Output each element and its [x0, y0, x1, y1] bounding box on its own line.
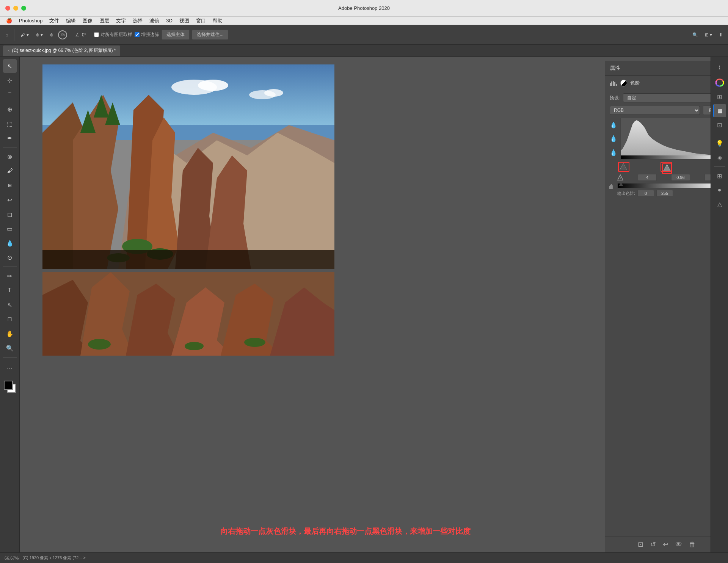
panel-toggle-button[interactable]: ⟩: [713, 61, 726, 74]
heal-tool[interactable]: ⊜: [3, 150, 17, 163]
menu-type[interactable]: 文字: [113, 17, 129, 25]
enhance-checkbox-label[interactable]: 增强边缘: [135, 31, 159, 38]
paths-button[interactable]: △: [713, 198, 726, 210]
close-button[interactable]: [5, 6, 10, 11]
eyedropper-tool[interactable]: ✒: [3, 131, 17, 145]
menu-help[interactable]: 帮助: [210, 17, 226, 25]
panel-title: 属性: [610, 65, 620, 72]
right-panel: ⟩ ⊞ ▦ ⊡ 💡 ◈ ⊞ ● △: [711, 57, 728, 552]
reset-button[interactable]: ↩: [663, 540, 668, 549]
menu-photoshop[interactable]: Photoshop: [16, 17, 46, 24]
mid-input-slider[interactable]: [662, 163, 672, 174]
home-button[interactable]: ⌂: [3, 31, 10, 39]
previous-state-button[interactable]: ↺: [650, 540, 656, 549]
toolbar: ⌂ 🖌 ▾ ⊕ ▾ ⊗ 25 ∠ 0° 对所有图层取样 增强边缘 选择主体 选择…: [0, 25, 728, 45]
quick-select-tool[interactable]: ⊕: [3, 102, 17, 116]
brush-tool[interactable]: 🖌: [3, 164, 17, 178]
quick-select-button[interactable]: ⊕ ▾: [33, 31, 45, 39]
sampling-checkbox-label[interactable]: 对所有图层取样: [94, 31, 132, 38]
gradient-tool[interactable]: ▭: [3, 222, 17, 235]
black-input-slider[interactable]: [620, 163, 627, 172]
mid-value-input[interactable]: 0.96: [671, 174, 690, 181]
shape-tool[interactable]: □: [3, 312, 17, 326]
adjustment-panel-button[interactable]: ▦: [713, 104, 726, 117]
sampling-label: 对所有图层取样: [100, 31, 132, 38]
text-tool[interactable]: T: [3, 284, 17, 297]
foreground-color[interactable]: [4, 381, 13, 390]
traffic-lights[interactable]: [5, 6, 26, 11]
canvas-area[interactable]: 向右拖动一点灰色滑块，最后再向右拖动一点黑色滑块，来增加一些对比度 ⊘ www.…: [20, 57, 728, 552]
brush-tool-button[interactable]: 🖌 ▾: [18, 31, 31, 39]
style-button[interactable]: ◈: [713, 151, 726, 164]
minimize-button[interactable]: [13, 6, 18, 11]
tool-sep-2: [3, 267, 17, 267]
layer-comp-button[interactable]: ⊡: [713, 118, 726, 131]
menu-select[interactable]: 选择: [130, 17, 146, 25]
menu-edit[interactable]: 编辑: [63, 17, 79, 25]
info-button[interactable]: 💡: [713, 137, 726, 150]
document-tab[interactable]: × (C) select-quick.jpg @ 66.7% (色阶 2, 图层…: [3, 45, 120, 56]
sampling-checkbox[interactable]: [94, 32, 99, 37]
menu-file[interactable]: 文件: [46, 17, 62, 25]
main-area: ↖ ⊹ ⌒ ⊕ ⬚ ✒ ⊜ 🖌 ⊞ ↩ ◻ ▭ 💧 ⊙ ✏ T ↖ □ ✋ 🔍 …: [0, 57, 728, 552]
svg-point-5: [264, 89, 283, 97]
menu-view[interactable]: 视图: [176, 17, 192, 25]
gray-point-eyedropper[interactable]: 💧: [610, 135, 617, 142]
svg-rect-33: [613, 81, 614, 86]
histogram-container: [620, 118, 725, 160]
menu-filter[interactable]: 滤镜: [146, 17, 162, 25]
clone-tool[interactable]: ⊞: [3, 179, 17, 192]
crop-tool[interactable]: ⬚: [3, 117, 17, 130]
quick-select-alt-button[interactable]: ⊗: [47, 31, 56, 39]
selection-tool[interactable]: ⊹: [3, 74, 17, 87]
tab-close-icon[interactable]: ×: [8, 49, 10, 53]
properties-panel: 属性 ≫ ≡ 色阶: [605, 61, 728, 552]
menu-image[interactable]: 图像: [80, 17, 96, 25]
preset-label: 预设:: [610, 95, 620, 101]
enhance-checkbox[interactable]: [135, 32, 140, 37]
share-button[interactable]: ⬆: [717, 31, 725, 39]
menu-window[interactable]: 窗口: [193, 17, 209, 25]
white-point-eyedropper[interactable]: 💧: [610, 149, 617, 156]
grid-panel-button[interactable]: ⊞: [713, 90, 726, 103]
svg-rect-45: [612, 185, 613, 189]
more-tools-button[interactable]: …: [3, 360, 17, 373]
black-point-eyedropper[interactable]: 💧: [610, 121, 617, 129]
menu-bar: 🍎 Photoshop 文件 编辑 图像 图层 文字 选择 滤镜 3D 视图 窗…: [0, 17, 728, 25]
output-black-thumb[interactable]: [619, 182, 623, 186]
maximize-button[interactable]: [21, 6, 26, 11]
visibility-button[interactable]: 👁: [675, 541, 682, 549]
clip-to-layer-button[interactable]: ⊡: [638, 540, 643, 549]
hand-tool[interactable]: ✋: [3, 327, 17, 340]
blur-tool[interactable]: 💧: [3, 236, 17, 250]
layers-button[interactable]: ⊞: [713, 169, 726, 182]
color-picker[interactable]: [3, 380, 17, 394]
select-subject-button[interactable]: 选择主体: [162, 30, 190, 40]
channels-button[interactable]: ●: [713, 183, 726, 196]
output-black-input[interactable]: 0: [637, 190, 654, 197]
output-white-input[interactable]: 255: [656, 190, 673, 197]
path-select-tool[interactable]: ↖: [3, 298, 17, 312]
eraser-tool[interactable]: ◻: [3, 207, 17, 221]
color-panel-button[interactable]: [713, 76, 726, 89]
search-button[interactable]: 🔍: [690, 31, 700, 39]
menu-apple[interactable]: 🍎: [3, 17, 15, 24]
layout-button[interactable]: ⊞ ▾: [703, 31, 714, 39]
move-tool[interactable]: ↖: [3, 59, 17, 73]
channel-select[interactable]: RGB: [610, 106, 700, 115]
preset-select[interactable]: 自定: [623, 93, 723, 102]
mid-slider-icon: [663, 165, 671, 171]
toolbar-separator-2: [71, 29, 71, 41]
tool-sep-4: [3, 376, 17, 376]
zoom-tool[interactable]: 🔍: [3, 341, 17, 355]
menu-layer[interactable]: 图层: [96, 17, 112, 25]
pen-tool[interactable]: ✏: [3, 269, 17, 283]
select-mask-button[interactable]: 选择并遮住...: [192, 30, 228, 40]
menu-3d[interactable]: 3D: [163, 17, 176, 24]
black-value-input[interactable]: 4: [638, 174, 657, 181]
history-brush-tool[interactable]: ↩: [3, 193, 17, 207]
eyedropper-row: 💧 💧 💧: [605, 118, 728, 161]
dodge-tool[interactable]: ⊙: [3, 251, 17, 264]
lasso-tool[interactable]: ⌒: [3, 88, 17, 102]
delete-button[interactable]: 🗑: [689, 541, 696, 549]
